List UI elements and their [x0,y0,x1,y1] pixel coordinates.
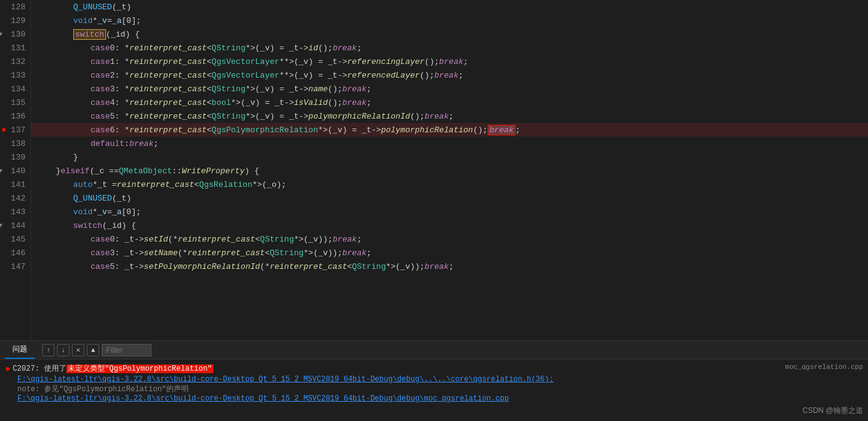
error-source-file: moc_qgsrelation.cpp [785,363,863,371]
token-op: * [92,16,97,25]
token-type: QString [352,262,386,271]
token-punct: (_t) [112,194,131,203]
error-highlight: 未定义类型"QgsPolymorphicRelation" [66,364,213,373]
token-num: 4 [110,98,115,107]
token-italic-ctrl: break [342,98,367,107]
token-op: } [73,153,78,162]
token-kw-ctrl: case [91,262,110,271]
line-number-135: 135 [0,96,30,109]
token-op: : * [115,57,129,66]
code-line-136: case 5: *reinterpret_cast< QString*>(_v)… [31,109,868,123]
code-content[interactable]: Q_UNUSED(_t)void *_v = _a[0];switch (_id… [31,0,868,340]
token-op: *>(_o); [253,180,287,189]
error-file-link-row-2: F:\qgis-latest-ltr\qgis-3.22.8\src\build… [5,394,863,403]
toolbar-clear-btn[interactable]: ✕ [72,344,84,356]
token-num: 2 [110,71,115,80]
token-italic-fn: reinterpret_cast [129,43,207,53]
token-kw-ctrl: if [80,166,90,176]
token-kw-ctrl: case [91,112,110,121]
token-type: QgsRelation [199,180,253,189]
token-op: < [207,98,212,107]
error-file-link-2[interactable]: F:\qgis-latest-ltr\qgis-3.22.8\src\build… [17,394,509,403]
line-number-138: 138 [0,137,30,150]
token-type: QString [260,235,294,244]
token-num: 3 [110,248,115,258]
token-italic-fn: reinterpret_cast [129,112,207,121]
token-type: QString [212,112,246,121]
token-op: (); [420,71,434,80]
token-kw-ctrl: case [91,125,110,135]
fold-arrow-icon[interactable]: ▼ [0,31,2,38]
fold-arrow-icon[interactable]: ▼ [0,168,2,174]
token-op: :: [172,166,182,176]
token-num: 1 [110,57,115,66]
token-italic-ctrl: break [434,71,459,80]
token-italic-fn: setId [144,235,168,244]
token-break-hl: break [488,125,516,135]
fold-arrow-icon[interactable]: ▼ [0,222,2,229]
token-op: ; [449,262,454,271]
code-container: 128129130▼131132133134135136●13713813914… [0,0,868,340]
token-kw-ctrl: case [91,84,110,94]
token-op: ; [367,248,372,258]
token-op: (_c == [90,166,119,176]
toolbar-next-btn[interactable]: ↓ [57,344,69,356]
code-line-132: case 1: *reinterpret_cast< QgsVectorLaye… [31,55,868,68]
token-op: *_t = [92,180,117,189]
token-kw-ctrl: case [91,235,110,244]
line-number-131: 131 [0,41,30,55]
token-macro: Q_UNUSED [73,2,112,12]
token-op: (); [328,98,342,107]
panel-content: ●C2027: 使用了未定义类型"QgsPolymorphicRelation"… [0,360,868,421]
token-italic-fn: setName [144,248,178,258]
token-op: *>(_v) = _t-> [246,43,308,53]
token-op: (* [168,235,178,244]
code-line-138: default: break; [31,137,868,150]
line-number-139: 139 [0,150,30,164]
token-italic-fn: id [308,43,318,53]
token-punct: [0]; [122,16,141,25]
watermark: CSDN @翰墨之道 [802,405,863,416]
code-line-128: Q_UNUSED(_t) [31,0,868,14]
toolbar-prev-btn[interactable]: ↑ [42,344,55,356]
token-num: 5 [110,112,115,121]
token-kw-ctrl: case [91,57,110,66]
code-line-145: case 0: _t->setId(*reinterpret_cast< QSt… [31,232,868,246]
token-op: ; [357,43,362,53]
line-number-132: 132 [0,55,30,68]
token-type: QString [270,248,304,258]
toolbar-warning-btn[interactable]: ▲ [87,344,99,356]
token-op: < [207,125,212,135]
token-num: 5 [110,262,115,271]
token-italic-ctrl: break [333,235,357,244]
tab-problems[interactable]: 问题 [5,341,35,359]
token-kw-ctrl: case [91,43,110,53]
code-line-131: case 0: *reinterpret_cast< QString*>(_v)… [31,41,868,55]
token-italic-fn: WriteProperty [182,166,244,176]
error-message-text: C2027: 使用了未定义类型"QgsPolymorphicRelation" [12,363,782,374]
token-op: < [207,43,212,53]
token-op: < [207,57,212,66]
token-op: *>(_v)); [294,235,333,244]
token-italic-fn: reinterpret_cast [129,84,207,94]
panel-toolbar: ↑ ↓ ✕ ▲ [42,344,151,356]
token-op: ; [516,125,521,135]
bottom-panel: 问题 ↑ ↓ ✕ ▲ ●C2027: 使用了未定义类型"QgsPolymorph… [0,340,868,421]
token-op: < [255,235,260,244]
editor-area: 128129130▼131132133134135136●13713813914… [0,0,868,340]
token-italic-ctrl: break [424,112,449,121]
token-op: } [56,166,61,176]
token-op: < [207,84,212,94]
token-italic-ctrl: break [424,262,449,271]
filter-input[interactable] [102,344,151,356]
line-number-130: 130▼ [0,27,30,41]
line-number-146: 146 [0,246,30,260]
code-line-143: void *_v = _a[0]; [31,205,868,219]
code-line-137: case 6: *reinterpret_cast< QgsPolymorphi… [31,123,868,137]
code-line-134: case 3: *reinterpret_cast< QString*>(_v)… [31,82,868,96]
error-file-link[interactable]: F:\qgis-latest-ltr\qgis-3.22.8\src\build… [17,375,553,384]
token-num: 3 [110,84,115,94]
token-type: QgsPolymorphicRelation [212,125,318,135]
token-var: _v [97,207,107,217]
token-italic-fn: isValid [294,98,328,107]
